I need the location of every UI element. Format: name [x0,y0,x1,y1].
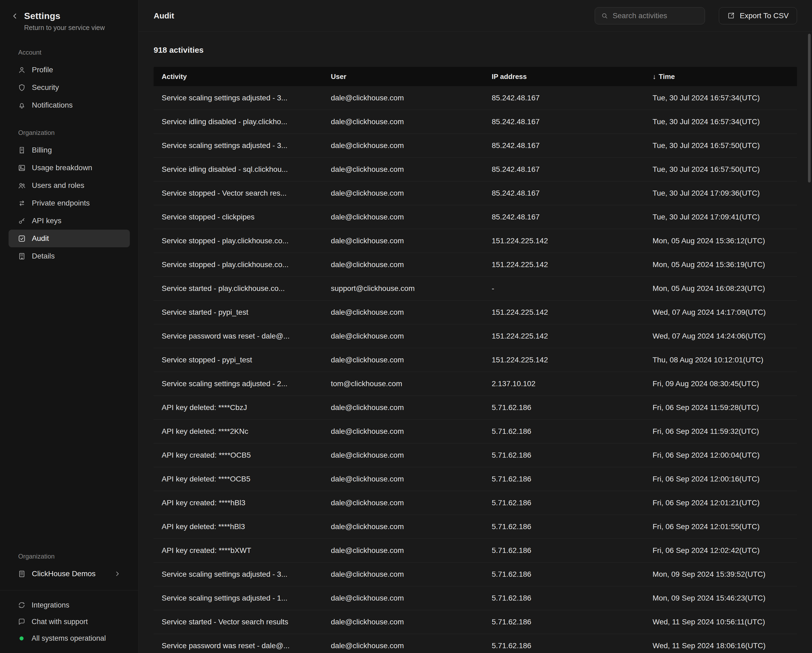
audit-content: 918 activities Activity User IP address … [139,32,812,653]
sidebar-item-label: Notifications [32,101,73,110]
sidebar-item-billing[interactable]: Billing [9,141,130,159]
sidebar-item-usage-breakdown[interactable]: Usage breakdown [9,159,130,177]
cell-time: Wed, 11 Sep 2024 18:06:16(UTC) [644,641,797,650]
table-row[interactable]: Service stopped - Vector search res... d… [154,182,797,205]
cell-user: dale@clickhouse.com [323,522,484,531]
table-row[interactable]: API key deleted: ****hBl3 dale@clickhous… [154,515,797,539]
table-row[interactable]: Service scaling settings adjusted - 1...… [154,586,797,610]
organization-section-label: Organization [18,129,130,136]
table-row[interactable]: Service scaling settings adjusted - 3...… [154,86,797,110]
cell-activity: API key created: ****bXWT [154,546,323,555]
cell-activity: API key deleted: ****CbzJ [154,403,323,412]
cell-activity: Service scaling settings adjusted - 2... [154,380,323,388]
column-header-time[interactable]: ↓ Time [644,73,797,81]
cell-ip-address: 85.242.48.167 [484,213,644,221]
table-row[interactable]: Service password was reset - dale@... da… [154,634,797,653]
back-button[interactable] [10,11,20,21]
table-row[interactable]: Service idling disabled - play.clickho..… [154,110,797,134]
cell-ip-address: 151.224.225.142 [484,260,644,269]
table-row[interactable]: Service started - Vector search results … [154,610,797,634]
chevron-right-icon [114,570,121,577]
table-row[interactable]: API key created: ****hBl3 dale@clickhous… [154,491,797,515]
sidebar-item-audit[interactable]: Audit [9,230,130,247]
column-header-user[interactable]: User [323,73,484,81]
cell-user: support@clickhouse.com [323,284,484,293]
activities-count: 918 activities [154,46,797,55]
sidebar-item-users-and-roles[interactable]: Users and roles [9,177,130,194]
sidebar-bottom: Organization ClickHouse Demos Integratio… [9,553,130,647]
sidebar-item-profile[interactable]: Profile [9,61,130,79]
sidebar-item-notifications[interactable]: Notifications [9,96,130,114]
sidebar-item-details[interactable]: Details [9,247,130,265]
org-switcher[interactable]: ClickHouse Demos [9,565,130,583]
cell-user: dale@clickhouse.com [323,141,484,150]
chat-bubble-icon [18,618,26,626]
table-header-row: Activity User IP address ↓ Time [154,67,797,86]
sidebar-header: Settings Return to your service view [9,11,130,32]
cell-activity: Service stopped - clickpipes [154,213,323,221]
table-row[interactable]: API key deleted: ****OCB5 dale@clickhous… [154,467,797,491]
sidebar-title: Settings [24,11,105,21]
cell-ip-address: 5.71.62.186 [484,475,644,483]
export-csv-button[interactable]: Export To CSV [719,7,797,24]
table-row[interactable]: Service scaling settings adjusted - 3...… [154,134,797,158]
cell-time: Fri, 06 Sep 2024 12:01:21(UTC) [644,499,797,507]
cell-ip-address: 151.224.225.142 [484,355,644,364]
sidebar-item-api-keys[interactable]: API keys [9,212,130,230]
cell-time: Tue, 30 Jul 2024 16:57:50(UTC) [644,165,797,174]
account-section-label: Account [18,49,130,56]
scrollbar-thumb[interactable] [808,34,810,183]
column-header-activity[interactable]: Activity [154,73,323,81]
cell-activity: Service started - Vector search results [154,618,323,626]
column-header-ip[interactable]: IP address [484,73,644,81]
table-row[interactable]: API key created: ****OCB5 dale@clickhous… [154,444,797,467]
integrations-link[interactable]: Integrations [9,597,130,613]
bell-icon [18,101,26,110]
table-row[interactable]: API key deleted: ****2KNc dale@clickhous… [154,420,797,444]
search-box [595,7,705,24]
table-row[interactable]: Service idling disabled - sql.clickhou..… [154,158,797,182]
cell-user: dale@clickhouse.com [323,641,484,650]
table-row[interactable]: API key deleted: ****CbzJ dale@clickhous… [154,396,797,420]
table-row[interactable]: Service stopped - play.clickhouse.co... … [154,253,797,277]
table-row[interactable]: Service started - pypi_test dale@clickho… [154,301,797,324]
page-header: Audit Export To CSV [139,0,812,32]
audit-main: Audit Export To CSV 918 activities Activ… [139,0,812,653]
cell-user: tom@clickhouse.com [323,380,484,388]
table-row[interactable]: Service stopped - pypi_test dale@clickho… [154,348,797,372]
cell-activity: API key created: ****hBl3 [154,499,323,507]
cell-time: Mon, 05 Aug 2024 15:36:19(UTC) [644,260,797,269]
cell-time: Fri, 09 Aug 2024 08:30:45(UTC) [644,380,797,388]
table-row[interactable]: Service scaling settings adjusted - 3...… [154,563,797,586]
table-row[interactable]: Service started - play.clickhouse.co... … [154,277,797,301]
cell-ip-address: 85.242.48.167 [484,189,644,197]
cell-activity: Service stopped - play.clickhouse.co... [154,260,323,269]
cell-activity: Service scaling settings adjusted - 1... [154,594,323,603]
search-input[interactable] [613,12,699,20]
table-row[interactable]: Service stopped - play.clickhouse.co... … [154,229,797,253]
cell-ip-address: 5.71.62.186 [484,499,644,507]
table-row[interactable]: Service scaling settings adjusted - 2...… [154,372,797,396]
cell-time: Tue, 30 Jul 2024 17:09:36(UTC) [644,189,797,197]
sidebar-item-security[interactable]: Security [9,79,130,96]
system-status[interactable]: All systems operational [9,630,130,647]
cell-time: Fri, 06 Sep 2024 11:59:28(UTC) [644,403,797,412]
cell-user: dale@clickhouse.com [323,475,484,483]
table-row[interactable]: Service password was reset - dale@... da… [154,324,797,348]
sidebar-item-label: Users and roles [32,181,84,190]
cell-ip-address: 151.224.225.142 [484,236,644,245]
cell-ip-address: 5.71.62.186 [484,641,644,650]
cell-time: Wed, 07 Aug 2024 14:17:09(UTC) [644,308,797,317]
cell-user: dale@clickhouse.com [323,451,484,459]
table-row[interactable]: Service stopped - clickpipes dale@clickh… [154,205,797,229]
table-row[interactable]: API key created: ****bXWT dale@clickhous… [154,539,797,563]
cell-user: dale@clickhouse.com [323,570,484,578]
cell-user: dale@clickhouse.com [323,117,484,126]
audit-checkbox-icon [18,235,26,243]
cell-user: dale@clickhouse.com [323,236,484,245]
users-icon [18,182,26,190]
sidebar-item-private-endpoints[interactable]: Private endpoints [9,194,130,212]
cell-ip-address: 5.71.62.186 [484,427,644,436]
cell-activity: Service stopped - play.clickhouse.co... [154,236,323,245]
chat-support-link[interactable]: Chat with support [9,613,130,630]
